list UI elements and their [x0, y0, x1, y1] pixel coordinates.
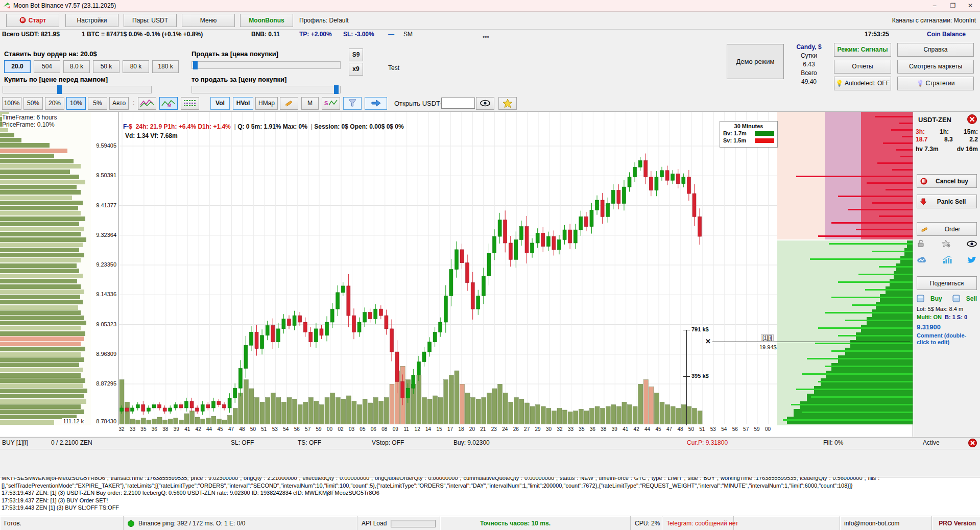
hmap-toggle-button[interactable]: HMap [255, 97, 278, 110]
m-toggle-button[interactable]: M [301, 97, 319, 110]
open-pair-label: Открыть USDT- [394, 100, 442, 107]
time-axis-label: 21 [478, 426, 488, 432]
volume-scale-tick-high [683, 330, 690, 330]
zoom-button-Авто[interactable]: Авто [109, 97, 129, 110]
pairs-button[interactable]: Пары: USDT [124, 14, 177, 27]
candlestick-chart[interactable]: F-$ 24h: 21.9 P1h: +6.4% D1h: +1.4% | Q:… [118, 112, 777, 425]
sm-label[interactable]: SM [403, 31, 413, 38]
pair-close-icon[interactable] [967, 114, 977, 124]
mode-signals-button[interactable]: Режим: Сигналы [834, 43, 891, 57]
comment-field[interactable]: Comment (double-click to edit) [917, 332, 977, 346]
star-add-icon[interactable] [942, 239, 950, 248]
time-axis-label: 47 [664, 426, 675, 432]
then-sell-slider-handle[interactable] [334, 85, 339, 94]
sl-setting[interactable]: SL: -3.00% [343, 31, 374, 38]
share-button[interactable]: Поделиться [917, 276, 977, 290]
active-order-row[interactable]: BUY [1][i] 0 / 2.2100 ZEN SL: OFF TS: OF… [0, 437, 980, 449]
coin-balance-link[interactable]: Coin Balance [927, 31, 966, 38]
order-button[interactable]: Order [917, 222, 977, 236]
reports-button[interactable]: Отчеты [834, 60, 891, 74]
watch-eye-icon-button[interactable] [476, 97, 494, 110]
tp-setting[interactable]: TP: +2.00% [299, 31, 332, 38]
then-sell-slider[interactable] [192, 86, 341, 93]
strategies-button[interactable]: 💡Стратегии [897, 77, 974, 90]
zoom-button-20[interactable]: 20% [45, 97, 64, 110]
profile-bar [0, 211, 81, 215]
amount-button-50k[interactable]: 50 k [93, 60, 119, 73]
orderbook-bids [777, 240, 913, 425]
profile-bar [0, 399, 86, 404]
change-3h-label: 3h: [916, 128, 925, 135]
order-tag-label[interactable]: [1][i] [761, 334, 774, 341]
amount-button-504[interactable]: 504 [34, 60, 60, 73]
ask-bar [899, 123, 913, 124]
profile-bar [0, 290, 84, 294]
amount-button-180k[interactable]: 180 k [152, 60, 179, 73]
order-close-icon[interactable] [968, 439, 977, 447]
profile-bar [0, 253, 84, 257]
draw-pencil-icon-button[interactable] [280, 97, 298, 110]
demo-mode-button[interactable]: Демо режим [727, 44, 784, 79]
maximize-button[interactable]: ❐ [944, 0, 962, 11]
sell-link[interactable]: Sell [966, 295, 977, 302]
twitter-icon[interactable] [967, 256, 977, 264]
close-button[interactable]: ✕ [962, 0, 979, 11]
filter-funnel-icon-button[interactable] [343, 97, 362, 110]
timeframe-label[interactable]: TimeFrame: 6 hours [2, 114, 57, 121]
zoom-button-10[interactable]: 10% [66, 97, 86, 110]
x9-button[interactable]: x9 [349, 63, 363, 76]
cancel-buy-button[interactable]: Cancel buy [917, 174, 977, 188]
moonbonus-button[interactable]: MoonBonus [240, 14, 293, 27]
signal-channels-label[interactable]: Каналы с сигналами: MoonInt [892, 17, 976, 24]
time-axis-label: 17 [445, 426, 456, 432]
chart-lines-icon-button[interactable] [138, 97, 156, 110]
sv-chart-icon-button[interactable]: S [322, 97, 340, 110]
amount-button-200[interactable]: 20.0 [4, 60, 31, 73]
sm-dash-icon: — [388, 31, 394, 38]
vol-toggle-button[interactable]: Vol [210, 97, 230, 110]
s9-button[interactable]: S9 [349, 49, 363, 61]
cloud-chart-icon[interactable] [917, 256, 928, 264]
bid-bar [829, 243, 913, 245]
buy-link[interactable]: Buy [930, 295, 942, 302]
log-area[interactable]: MKTFSESMWEKMjoFMeozSUG5TR8O6","transactT… [0, 477, 980, 516]
amount-button-80k[interactable]: 80 k [123, 60, 149, 73]
hvol-toggle-button[interactable]: HVol [233, 97, 253, 110]
lock-icon[interactable] [917, 239, 925, 248]
watch-eye-icon[interactable] [967, 240, 977, 248]
panel-collapse-dots[interactable]: ••• [483, 34, 489, 41]
buy-price-slider-handle[interactable] [57, 85, 62, 94]
panic-sell-button[interactable]: Panic Sell [917, 195, 977, 208]
start-button[interactable]: Старт [6, 14, 59, 27]
zoom-button-100[interactable]: 100% [2, 97, 21, 110]
levels-icon-button[interactable] [181, 97, 199, 110]
zoom-button-5[interactable]: 5% [88, 97, 107, 110]
sell-for-slider[interactable] [192, 61, 341, 69]
change-15m-value: 2.2 [969, 136, 978, 143]
chart-candles-icon-button[interactable]: M [159, 97, 178, 110]
buy-order-line[interactable] [712, 342, 910, 342]
order-x-marker[interactable]: ✕ [705, 338, 711, 345]
app-logo-icon [3, 2, 11, 10]
amount-button-80k[interactable]: 8.0 k [63, 60, 90, 73]
stats-bars-icon[interactable] [943, 256, 953, 264]
buy-price-slider[interactable] [3, 86, 152, 93]
menu-button[interactable]: Меню [182, 14, 235, 27]
total-usdt: Всего USDT: 821.9$ [2, 31, 60, 38]
time-axis-label: 00 [325, 426, 335, 432]
priceframe-label[interactable]: PriceFrame: 0.10% [2, 121, 55, 128]
open-pair-input[interactable] [441, 98, 475, 109]
zoom-button-50[interactable]: 50% [23, 97, 43, 110]
profile-label[interactable]: Профиль: Default [299, 17, 349, 24]
minimize-button[interactable]: – [926, 0, 943, 11]
version-label: PRO Version [932, 516, 980, 530]
settings-button[interactable]: Настройки [65, 14, 118, 27]
autodetect-button[interactable]: 💡Autodetect: OFF [834, 77, 891, 90]
help-button[interactable]: Справка [897, 43, 974, 57]
markets-button[interactable]: Смотреть маркеты [897, 60, 974, 74]
sell-for-slider-handle[interactable] [193, 61, 198, 69]
contact-email[interactable]: info@moon-bot.com [840, 516, 932, 530]
ready-status: Готов. [0, 516, 124, 530]
favorite-star-icon-button[interactable] [498, 97, 517, 110]
go-arrow-icon-button[interactable] [365, 97, 387, 110]
